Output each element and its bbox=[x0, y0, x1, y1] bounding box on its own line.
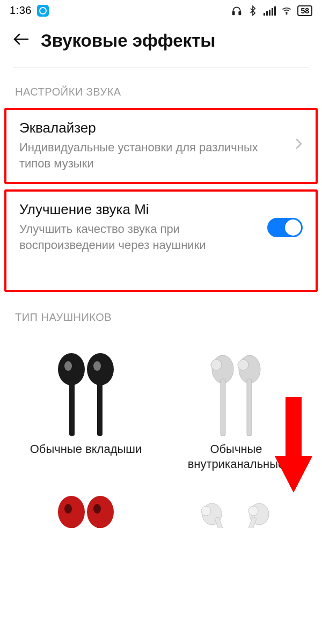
earbuds-icon bbox=[38, 347, 134, 438]
section-label-sound: НАСТРОЙКИ ЗВУКА bbox=[0, 80, 322, 108]
svg-rect-14 bbox=[247, 379, 252, 436]
row-mi-sound-subtitle: Улучшить качество звука при воспроизведе… bbox=[19, 221, 261, 253]
divider bbox=[13, 67, 309, 68]
inear-white-icon bbox=[188, 491, 284, 528]
row-mi-sound[interactable]: Улучшение звука Mi Улучшить качество зву… bbox=[6, 192, 316, 264]
header: Звуковые эффекты bbox=[0, 19, 322, 67]
back-button[interactable] bbox=[13, 32, 29, 50]
section-label-headphones: ТИП НАУШНИКОВ bbox=[0, 297, 322, 333]
headphone-option-earbuds[interactable]: Обычные вкладыши bbox=[11, 339, 161, 485]
svg-rect-11 bbox=[221, 379, 225, 436]
svg-point-25 bbox=[248, 506, 258, 516]
svg-point-7 bbox=[64, 361, 72, 371]
app-indicator-icon bbox=[37, 5, 49, 17]
row-mi-sound-title: Улучшение звука Mi bbox=[19, 201, 261, 218]
highlight-mi-sound: Улучшение звука Mi Улучшить качество зву… bbox=[4, 189, 318, 291]
svg-rect-16 bbox=[69, 522, 75, 528]
headphones-icon bbox=[231, 5, 242, 16]
row-equalizer[interactable]: Эквалайзер Индивидуальные установки для … bbox=[6, 110, 316, 182]
svg-rect-18 bbox=[97, 522, 103, 528]
status-bar: 1:36 58 bbox=[0, 0, 322, 19]
row-mi-sound-text: Улучшение звука Mi Улучшить качество зву… bbox=[19, 201, 267, 253]
page-title: Звуковые эффекты bbox=[41, 31, 215, 51]
svg-point-10 bbox=[211, 360, 222, 370]
svg-rect-1 bbox=[239, 11, 241, 14]
toggle-mi-sound[interactable] bbox=[267, 218, 303, 237]
wifi-icon bbox=[281, 5, 292, 16]
svg-point-19 bbox=[64, 504, 72, 514]
status-left: 1:36 bbox=[10, 4, 49, 17]
cell-signal-icon bbox=[264, 6, 276, 16]
svg-point-8 bbox=[93, 361, 101, 371]
row-equalizer-title: Эквалайзер bbox=[19, 120, 289, 136]
svg-rect-0 bbox=[233, 11, 235, 14]
svg-point-13 bbox=[238, 360, 248, 370]
battery-icon: 58 bbox=[297, 5, 312, 16]
highlight-equalizer: Эквалайзер Индивидуальные установки для … bbox=[4, 108, 318, 184]
svg-point-22 bbox=[201, 506, 211, 516]
bluetooth-icon bbox=[247, 5, 258, 16]
headphone-option-partial-1[interactable] bbox=[11, 485, 161, 541]
status-time: 1:36 bbox=[10, 4, 32, 17]
inear-icon bbox=[188, 347, 284, 438]
status-right: 58 bbox=[231, 5, 312, 16]
svg-rect-4 bbox=[69, 380, 75, 436]
row-equalizer-subtitle: Индивидуальные установки для различных т… bbox=[19, 140, 289, 171]
headphone-label: Обычные вкладыши bbox=[30, 442, 142, 457]
svg-point-20 bbox=[93, 504, 101, 514]
row-equalizer-text: Эквалайзер Индивидуальные установки для … bbox=[19, 120, 295, 171]
earbuds-red-icon bbox=[38, 491, 134, 528]
svg-rect-6 bbox=[97, 380, 103, 436]
battery-level: 58 bbox=[297, 5, 312, 16]
svg-point-2 bbox=[287, 13, 288, 14]
annotation-arrow-icon bbox=[275, 397, 312, 496]
chevron-right-icon bbox=[295, 138, 303, 153]
headphone-grid: Обычные вкладыши Обычные внутриканальные bbox=[0, 333, 322, 541]
